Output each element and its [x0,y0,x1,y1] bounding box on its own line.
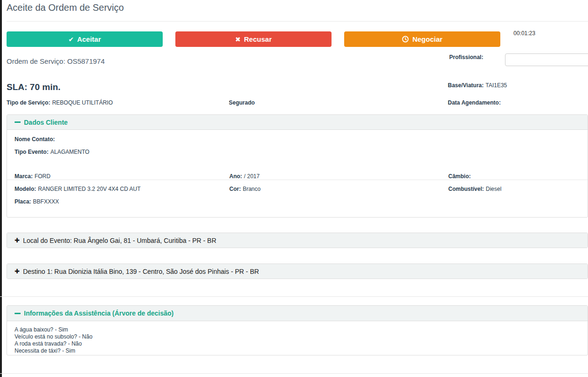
accept-button-label: Aceitar [77,35,101,43]
local-evento-panel: ✚ Local do Evento: Rua Ângelo Gai, 81 - … [7,233,588,248]
nome-contato-field: Nome Contato: [15,136,57,143]
dados-cliente-body: Nome Contato: Tipo Evento:ALAGAMENTO Mar… [7,130,588,218]
destino1-panel: ✚ Destino 1: Rua Dionizia Itália Bino, 1… [7,264,588,279]
clock-icon [402,36,409,43]
negotiate-button-label: Negociar [412,35,442,43]
modelo-field: Modelo:RANGER LIMITED 3.2 20V 4X4 CD AUT [15,186,141,192]
bottom-divider [0,373,588,374]
professional-label: Profissional: [449,54,483,60]
minus-icon [15,121,21,123]
cor-field: Cor:Branco [229,186,261,192]
professional-input[interactable] [505,53,588,66]
negotiate-button[interactable]: Negociar [344,31,500,47]
assistencia-body: A água baixou? - Sim Veículo está no sub… [7,321,588,354]
segurado-label: Segurado [229,99,255,106]
local-evento-header[interactable]: ✚ Local do Evento: Rua Ângelo Gai, 81 - … [7,233,588,248]
refuse-button-label: Recusar [244,35,271,43]
assistencia-title: Informações da Assistência (Árvore de de… [24,309,173,317]
tipo-servico: Tipo de Serviço:REBOQUE UTILITÁRIO [7,99,113,106]
ano-field: Ano:/ 2017 [229,173,260,180]
section-divider [0,296,588,297]
sla-text: SLA: 70 min. [7,82,60,92]
placa-field: Placa:BBFXXXX [15,198,59,205]
minus-icon [15,313,21,314]
dados-cliente-panel: Dados Cliente Nome Contato: Tipo Evento:… [7,114,588,218]
title-divider [7,21,588,22]
data-agendamento: Data Agendamento: [448,99,503,106]
assistencia-header[interactable]: Informações da Assistência (Árvore de de… [7,306,588,321]
decision-line: Necessita de táxi? - Sim [15,347,588,354]
client-vehicle-divider [7,180,588,180]
assistencia-panel: Informações da Assistência (Árvore de de… [7,305,588,355]
base-viatura: Base/Viatura:TAI1E35 [448,82,507,89]
combustivel-field: Combustível:Diesel [448,186,501,192]
countdown-timer: 00:01:23 [513,30,535,37]
order-number: Ordem de Serviço: OS5871974 [7,57,105,65]
accept-button[interactable]: ✔ Aceitar [7,31,163,47]
plus-icon: ✚ [15,237,20,244]
x-icon: ✖ [235,36,241,43]
decision-line: A roda está travada? - Não [15,340,588,347]
page-title: Aceite da Ordem de Serviço [7,2,124,13]
check-icon: ✔ [68,36,74,43]
plus-icon: ✚ [15,268,20,275]
service-order-accept-page: Aceite da Ordem de Serviço ✔ Aceitar ✖ R… [0,0,588,377]
local-evento-title: Local do Evento: Rua Ângelo Gai, 81 - Um… [23,237,216,244]
decision-line: Veículo está no subsolo? - Não [15,333,588,340]
cambio-field: Câmbio: [448,173,473,180]
window-edge-strip [0,0,2,377]
dados-cliente-title: Dados Cliente [24,119,68,126]
destino1-title: Destino 1: Rua Dionizia Itália Bino, 139… [23,268,259,275]
marca-field: Marca:FORD [15,173,51,180]
decision-line: A água baixou? - Sim [15,326,588,333]
destino1-header[interactable]: ✚ Destino 1: Rua Dionizia Itália Bino, 1… [7,264,588,279]
dados-cliente-header[interactable]: Dados Cliente [7,115,588,130]
tipo-evento-field: Tipo Evento:ALAGAMENTO [15,149,90,155]
refuse-button[interactable]: ✖ Recusar [175,31,332,47]
